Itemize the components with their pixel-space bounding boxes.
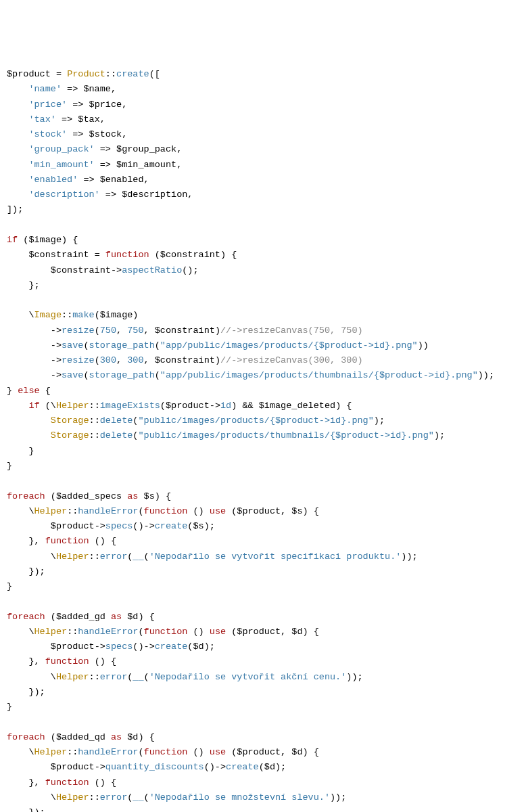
token: ( [144,672,149,682]
token: ) [215,355,220,365]
token: Helper [56,672,89,682]
token: $product [51,521,95,531]
token: storage_path [89,370,155,380]
token: () [187,627,209,637]
token [7,521,51,531]
token: $product [237,627,281,637]
token [7,641,51,652]
token: function [144,747,188,757]
code-line: }, function () { [7,775,519,790]
token: "public/images/products/{$product->id}.p… [138,415,373,426]
token: ( [18,235,28,245]
token: ) { [138,732,154,742]
token: ( [226,747,237,757]
code-line: 'name' => $name, [7,82,519,97]
token: }, [7,656,45,667]
token: ) { [335,401,352,411]
code-line: ]); [7,202,519,217]
token: , [281,747,291,757]
token: , [176,144,182,154]
token: __ [133,551,143,562]
code-line: \Helper::handleError(function () use ($p… [7,504,519,519]
token: Product [67,69,105,79]
token: ( [226,506,237,516]
token: quantity_discounts [105,762,204,772]
code-line: ->save(storage_path("app/public/images/p… [7,338,519,353]
code-line [7,715,519,729]
token [7,189,28,200]
token: error [100,792,128,803]
token: $group_pack [116,144,176,154]
code-line: 'min_amount' => $min_amount, [7,158,519,173]
token: ) { [303,506,319,516]
code-line: } [7,444,519,459]
token: Helper [34,747,68,757]
code-line: 'stock' => $stock, [7,127,519,142]
code-line: \Helper::error(__('Nepodařilo se vytvoři… [7,670,519,685]
token: } [7,581,12,591]
code-line: if (\Helper::imageExists($product->id) &… [7,399,519,413]
token: :: [89,430,100,441]
token: Image [34,310,62,320]
token [7,99,28,110]
token: $constraint [160,250,220,260]
token [7,762,51,772]
token: id [220,401,231,411]
token: Helper [56,551,89,562]
code-block: $product = Product::create([ 'name' => $… [7,67,519,812]
token: }; [7,280,40,290]
token: } [7,446,34,456]
token: $name [83,84,111,94]
token: , [187,189,193,200]
token: Storage [51,415,89,426]
token: )); [478,370,494,380]
token: , [116,325,127,336]
token: \ [7,792,56,803]
token: function [144,627,188,637]
token: :: [89,551,100,562]
token: }, [7,777,45,788]
token: $image [28,235,62,245]
token [105,732,111,742]
code-line [7,474,519,489]
token: //->resizeCanvas(750, 750) [220,325,363,336]
token: \ [7,506,34,516]
token: ( [138,627,143,637]
code-line: foreach ($added_gd as $d) { [7,610,519,625]
token: $enabled [100,175,144,185]
token: \ [7,747,34,757]
token: ) { [220,250,237,260]
token: -> [95,521,105,531]
code-line: }); [7,805,519,812]
token: ([ [149,69,160,79]
token: resize [62,325,95,336]
token: )); [346,672,362,682]
token: 'group_pack' [28,144,94,154]
token: 300 [127,355,143,365]
token: $s [291,506,302,516]
code-line: Storage::delete("public/images/products/… [7,428,519,443]
token: create [226,762,259,772]
token: $product [166,401,210,411]
token: function [144,506,188,516]
token: = [89,250,105,260]
token: (); [182,265,198,275]
token: :: [89,401,100,411]
token: ) [133,310,138,320]
token: => [100,189,122,200]
token: Helper [34,506,68,516]
token [7,415,51,426]
token [7,430,51,441]
token: ( [83,340,89,351]
token: ( [138,747,143,757]
token: )); [330,792,346,803]
token: , [144,355,155,365]
token: 'tax' [28,114,56,125]
token: 750 [127,325,143,336]
token: $product [237,506,281,516]
token: 'price' [28,99,67,110]
token: -> [95,762,105,772]
token: imageExists [100,401,160,411]
token: $image_deleted [259,401,335,411]
token: $d [291,747,302,757]
